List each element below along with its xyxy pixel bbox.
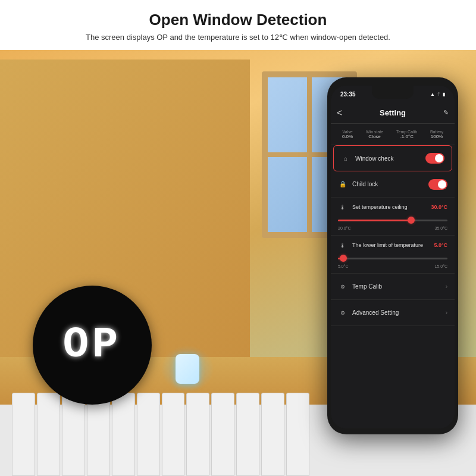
advanced-setting-row[interactable]: ⚙ Advanced Setting › bbox=[331, 300, 455, 326]
temp-ceiling-thumb[interactable] bbox=[408, 217, 415, 224]
page-title: Open Window Detection bbox=[12, 11, 464, 29]
radiator-fin bbox=[162, 393, 185, 476]
stat-battery-label: Battery bbox=[430, 130, 443, 134]
temp-ceiling-label: Set temperature ceiling bbox=[352, 204, 431, 210]
window-check-label: Window check bbox=[355, 155, 425, 162]
radiator-fin bbox=[236, 393, 259, 476]
stat-valve-value: 0.0% bbox=[342, 134, 353, 139]
page-subtitle: The screen displays OP and the temperatu… bbox=[12, 33, 464, 42]
child-lock-label: Child lock bbox=[352, 181, 428, 187]
advanced-setting-icon: ⚙ bbox=[338, 308, 347, 318]
stat-valve: Valve 0.0% bbox=[342, 130, 353, 139]
radiator-fin bbox=[12, 393, 35, 476]
radiator-fin bbox=[87, 393, 110, 476]
stat-win-state: Win state Close bbox=[366, 130, 383, 139]
window-check-icon: ⌂ bbox=[341, 154, 350, 163]
child-lock-toggle[interactable] bbox=[428, 179, 447, 190]
radiator-fin bbox=[112, 393, 135, 476]
temp-lower-label: The lower limit of temperature bbox=[352, 242, 434, 248]
stat-calib-label: Temp Calib bbox=[396, 130, 417, 134]
status-icons: ▲ ⍑ ▮ bbox=[430, 92, 445, 97]
screen-title: Setting bbox=[380, 108, 406, 117]
temp-lower-max: 15.0°C bbox=[435, 264, 447, 268]
child-lock-row[interactable]: 🔒 Child lock bbox=[331, 171, 455, 198]
stat-win-value: Close bbox=[366, 134, 383, 139]
temp-calib-chevron: › bbox=[446, 283, 447, 290]
temp-ceiling-fill bbox=[338, 220, 411, 221]
radiator-fin bbox=[62, 393, 85, 476]
temp-calib-icon: ⚙ bbox=[338, 282, 347, 292]
phone-screen: 23:35 ▲ ⍑ ▮ < Setting ✎ Valve 0.0% Win s… bbox=[331, 86, 455, 428]
window-check-toggle[interactable] bbox=[425, 153, 444, 164]
stat-calib-value: -1.0°C bbox=[396, 134, 417, 139]
temp-ceiling-range: 20.0°C 35.0°C bbox=[338, 226, 447, 230]
advanced-setting-chevron: › bbox=[446, 309, 447, 316]
op-display-text: OP bbox=[63, 321, 121, 369]
temp-calib-row[interactable]: ⚙ Temp Calib › bbox=[331, 274, 455, 300]
stat-valve-label: Valve bbox=[342, 130, 353, 134]
temp-ceiling-slider[interactable] bbox=[338, 215, 447, 225]
radiator-fin bbox=[137, 393, 160, 476]
phone-notch bbox=[372, 86, 414, 99]
temp-lower-section: 🌡 The lower limit of temperature 5.0°C 5… bbox=[331, 236, 455, 274]
stat-battery-value: 100% bbox=[430, 134, 443, 139]
header-area: Open Window Detection The screen display… bbox=[0, 0, 476, 50]
temp-lower-value: 5.0°C bbox=[434, 242, 447, 248]
radiator bbox=[12, 393, 309, 476]
temp-ceiling-min: 20.0°C bbox=[338, 226, 350, 230]
temp-calib-label: Temp Calib bbox=[352, 283, 446, 290]
radiator-fin bbox=[37, 393, 60, 476]
temp-ceiling-section: 🌡 Set temperature ceiling 30.0°C 20.0°C … bbox=[331, 198, 455, 236]
temp-ceiling-header: 🌡 Set temperature ceiling 30.0°C bbox=[338, 202, 447, 212]
battery-icon: ▮ bbox=[443, 92, 445, 97]
temp-ceiling-max: 35.0°C bbox=[435, 226, 447, 230]
temp-lower-icon: 🌡 bbox=[338, 240, 347, 250]
window-check-knob bbox=[435, 154, 443, 162]
back-button[interactable]: < bbox=[337, 108, 342, 118]
temp-lower-thumb[interactable] bbox=[340, 255, 347, 262]
phone: 23:35 ▲ ⍑ ▮ < Setting ✎ Valve 0.0% Win s… bbox=[327, 77, 458, 434]
temp-lower-min: 5.0°C bbox=[338, 264, 349, 268]
temp-lower-header: 🌡 The lower limit of temperature 5.0°C bbox=[338, 240, 447, 250]
smart-valve-device bbox=[176, 354, 199, 384]
radiator-fin bbox=[211, 393, 234, 476]
status-time: 23:35 bbox=[340, 91, 356, 98]
temp-lower-slider[interactable] bbox=[338, 253, 447, 263]
radiator-fin bbox=[261, 393, 284, 476]
stat-win-label: Win state bbox=[366, 130, 383, 134]
edit-button[interactable]: ✎ bbox=[443, 109, 449, 117]
child-lock-knob bbox=[438, 180, 446, 189]
temp-lower-range: 5.0°C 15.0°C bbox=[338, 264, 447, 268]
temp-ceiling-icon: 🌡 bbox=[338, 202, 347, 212]
radiator-fin bbox=[186, 393, 209, 476]
signal-icon: ▲ bbox=[430, 92, 435, 97]
temp-lower-track bbox=[338, 258, 447, 259]
advanced-setting-label: Advanced Setting bbox=[352, 309, 446, 316]
child-lock-icon: 🔒 bbox=[338, 180, 347, 189]
temp-ceiling-track bbox=[338, 220, 447, 221]
stat-temp-calib: Temp Calib -1.0°C bbox=[396, 130, 417, 139]
radiator-fin bbox=[286, 393, 309, 476]
stats-row: Valve 0.0% Win state Close Temp Calib -1… bbox=[331, 124, 455, 145]
stat-battery: Battery 100% bbox=[430, 130, 443, 139]
window-check-row[interactable]: ⌂ Window check bbox=[333, 145, 452, 171]
settings-list: ⌂ Window check 🔒 Child lock 🌡 Set temper… bbox=[331, 145, 455, 428]
wifi-icon: ⍑ bbox=[437, 92, 440, 97]
op-display-circle: OP bbox=[33, 286, 152, 405]
nav-bar: < Setting ✎ bbox=[331, 102, 455, 124]
temp-ceiling-value: 30.0°C bbox=[431, 204, 447, 210]
